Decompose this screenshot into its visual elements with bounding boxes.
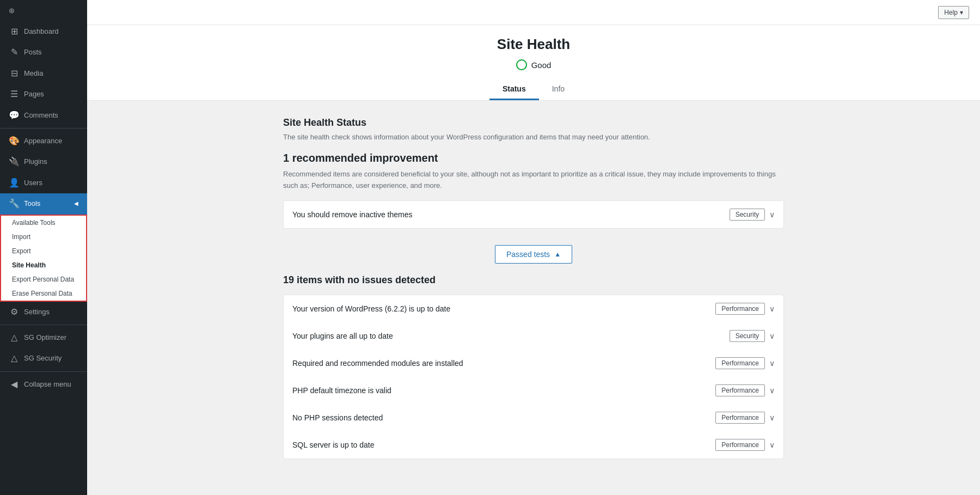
sidebar-divider-3 — [0, 371, 87, 372]
sidebar-item-label: Comments — [24, 111, 58, 120]
help-dropdown-icon: ▾ — [960, 9, 963, 16]
submenu-site-health[interactable]: Site Health — [1, 258, 86, 272]
item-chevron[interactable]: ∨ — [769, 304, 775, 313]
table-row: Required and recommended modules are ins… — [284, 350, 783, 377]
item-text: Your version of WordPress (6.2.2) is up … — [292, 304, 450, 313]
table-row: SQL server is up to date Performance ∨ — [284, 431, 783, 459]
sidebar-item-appearance[interactable]: 🎨 Appearance — [0, 131, 87, 151]
page-title: Site Health — [87, 36, 980, 53]
recommended-count: 1 recommended improvement — [283, 152, 784, 164]
plugins-icon: 🔌 — [9, 156, 20, 168]
sg-optimizer-icon: △ — [9, 332, 20, 344]
sidebar-item-tools[interactable]: 🔧 Tools ◀ — [0, 193, 87, 214]
sidebar-divider-1 — [0, 128, 87, 129]
users-icon: 👤 — [9, 177, 20, 189]
item-text: Required and recommended modules are ins… — [292, 359, 463, 368]
tools-submenu: Available Tools Import Export Site Healt… — [0, 215, 87, 302]
sidebar-item-label: Plugins — [24, 157, 47, 167]
collapse-icon: ◀ — [9, 378, 20, 390]
wp-logo-icon: ⊛ — [9, 7, 15, 15]
item-chevron[interactable]: ∨ — [769, 359, 775, 368]
sidebar-item-label: Collapse menu — [24, 380, 71, 389]
item-tag: Performance — [715, 412, 765, 424]
sidebar-item-media[interactable]: ⊟ Media — [0, 63, 87, 84]
item-tag: Performance — [715, 439, 765, 451]
sidebar-item-label: Tools — [24, 199, 40, 209]
item-chevron[interactable]: ∨ — [769, 332, 775, 340]
appearance-icon: 🎨 — [9, 135, 20, 147]
item-text: SQL server is up to date — [292, 441, 374, 449]
recommended-desc: Recommended items are considered benefic… — [283, 169, 784, 192]
sidebar-item-label: Users — [24, 178, 42, 188]
sidebar-item-label: Pages — [24, 89, 44, 99]
comments-icon: 💬 — [9, 109, 20, 121]
item-tag: Performance — [715, 357, 765, 369]
help-label: Help — [944, 9, 958, 16]
sidebar-item-sg-optimizer[interactable]: △ SG Optimizer — [0, 327, 87, 348]
pages-icon: ☰ — [9, 88, 20, 100]
sidebar-item-label: SG Optimizer — [24, 333, 66, 343]
sidebar-divider-2 — [0, 325, 87, 325]
submenu-export-personal-data[interactable]: Export Personal Data — [1, 272, 86, 286]
passed-tests-label: Passed tests — [506, 250, 550, 259]
item-tag: Performance — [715, 384, 765, 396]
item-chevron[interactable]: ∨ — [769, 441, 775, 449]
accordion-item-right: Security ∨ — [730, 209, 775, 221]
submenu-import[interactable]: Import — [1, 230, 86, 244]
submenu-export[interactable]: Export — [1, 244, 86, 258]
sidebar-item-users[interactable]: 👤 Users — [0, 173, 87, 193]
sidebar-item-plugins[interactable]: 🔌 Plugins — [0, 151, 87, 172]
item-chevron[interactable]: ∨ — [769, 413, 775, 422]
sidebar-item-label: Dashboard — [24, 27, 59, 36]
passed-tests-wrapper: Passed tests ▲ — [283, 245, 784, 264]
passed-tests-chevron-icon: ▲ — [554, 250, 561, 258]
page-header: Site Health Good Status Info — [87, 25, 980, 101]
sidebar-item-label: SG Security — [24, 353, 62, 363]
health-circle-icon — [516, 59, 527, 70]
submenu-available-tools[interactable]: Available Tools — [1, 216, 86, 230]
table-row: No PHP sessions detected Performance ∨ — [284, 404, 783, 432]
sidebar-item-sg-security[interactable]: △ SG Security — [0, 348, 87, 369]
sidebar: ⊛ ⊞ Dashboard ✎ Posts ⊟ Media ☰ Pages 💬 … — [0, 0, 87, 495]
status-section: Site Health Status The site health check… — [272, 117, 795, 459]
sidebar-item-settings[interactable]: ⚙ Settings — [0, 302, 87, 322]
sg-security-icon: △ — [9, 352, 20, 364]
main-area: Help ▾ Site Health Good Status Info Site… — [87, 0, 980, 495]
tab-info[interactable]: Info — [539, 79, 578, 100]
health-status: Good — [87, 59, 980, 70]
accordion-item: You should remove inactive themes Securi… — [284, 201, 783, 228]
tab-status[interactable]: Status — [489, 79, 539, 100]
sidebar-item-collapse[interactable]: ◀ Collapse menu — [0, 374, 87, 395]
item-text: PHP default timezone is valid — [292, 386, 391, 395]
recommended-accordion: You should remove inactive themes Securi… — [283, 200, 784, 229]
item-text: Your plugins are all up to date — [292, 332, 393, 340]
sidebar-item-pages[interactable]: ☰ Pages — [0, 84, 87, 105]
health-status-label: Good — [531, 60, 552, 70]
accordion-item-text: You should remove inactive themes — [292, 210, 413, 219]
help-button[interactable]: Help ▾ — [938, 6, 969, 19]
sidebar-item-label: Media — [24, 69, 43, 78]
table-row: Your version of WordPress (6.2.2) is up … — [284, 295, 783, 323]
submenu-erase-personal-data[interactable]: Erase Personal Data — [1, 286, 86, 301]
settings-icon: ⚙ — [9, 306, 20, 318]
tabs: Status Info — [87, 79, 980, 100]
sidebar-item-posts[interactable]: ✎ Posts — [0, 42, 87, 63]
sidebar-item-comments[interactable]: 💬 Comments — [0, 105, 87, 126]
no-issues-title: 19 items with no issues detected — [283, 274, 784, 286]
media-icon: ⊟ — [9, 68, 20, 80]
table-row: Your plugins are all up to date Security… — [284, 322, 783, 350]
section-desc: The site health check shows information … — [283, 133, 784, 141]
item-tag: Performance — [715, 303, 765, 315]
tools-arrow: ◀ — [74, 200, 78, 207]
no-issues-accordion: Your version of WordPress (6.2.2) is up … — [283, 295, 784, 459]
content-area: Site Health Good Status Info Site Health… — [87, 25, 980, 495]
table-row: PHP default timezone is valid Performanc… — [284, 377, 783, 405]
sidebar-item-dashboard[interactable]: ⊞ Dashboard — [0, 21, 87, 42]
wp-logo: ⊛ — [0, 0, 87, 21]
sidebar-item-label: Posts — [24, 47, 42, 57]
sidebar-item-label: Appearance — [24, 136, 62, 146]
accordion-chevron[interactable]: ∨ — [769, 210, 775, 219]
passed-tests-button[interactable]: Passed tests ▲ — [495, 245, 572, 264]
security-tag: Security — [730, 209, 765, 221]
item-chevron[interactable]: ∨ — [769, 386, 775, 395]
